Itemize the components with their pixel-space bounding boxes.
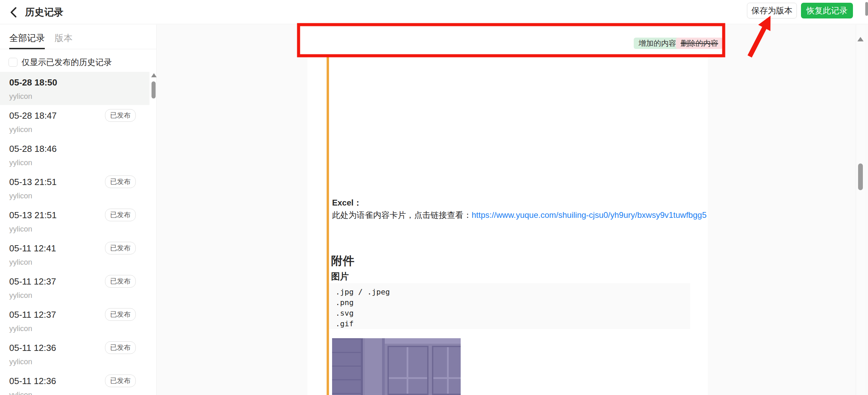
record-author: yylicon xyxy=(9,357,149,366)
image-door-panel xyxy=(332,338,363,395)
header: 历史记录 保存为版本 恢复此记录 xyxy=(0,0,868,24)
record-author: yylicon xyxy=(9,92,149,101)
record-author: yylicon xyxy=(9,391,149,395)
history-record-item[interactable]: 05-11 12:36 已发布 yylicon xyxy=(0,370,149,395)
record-time: 05-28 18:50 xyxy=(9,77,149,88)
published-only-checkbox[interactable] xyxy=(9,58,17,67)
code-line: .svg xyxy=(336,308,690,318)
record-author: yylicon xyxy=(9,125,149,134)
legend-removed-content: 删除的内容 xyxy=(676,38,723,49)
published-badge: 已发布 xyxy=(105,209,136,221)
published-badge: 已发布 xyxy=(105,242,136,254)
published-only-label: 仅显示已发布的历史记录 xyxy=(22,57,112,68)
sidebar-tabs: 全部记录 版本 xyxy=(0,25,157,49)
code-line: .jpg / .jpeg xyxy=(336,287,690,297)
back-chevron-icon xyxy=(8,6,21,19)
history-record-item[interactable]: 05-13 21:51 已发布 yylicon xyxy=(0,205,149,238)
published-badge: 已发布 xyxy=(105,308,136,321)
attachment-section-title: 附件 xyxy=(331,253,354,269)
published-badge: 已发布 xyxy=(105,341,136,354)
history-record-item[interactable]: 05-13 21:51 已发布 yylicon xyxy=(0,171,149,205)
page-title: 历史记录 xyxy=(25,6,63,19)
history-record-item[interactable]: 05-11 12:37 已发布 yylicon xyxy=(0,304,149,337)
content-scrollbar-thumb[interactable] xyxy=(858,163,863,190)
content-scrollbar-track[interactable] xyxy=(856,25,865,395)
image-top-beam xyxy=(385,338,461,344)
record-list: 05-28 18:50 yylicon 05-28 18:47 已发布 yyli… xyxy=(0,72,157,395)
tab-all-records[interactable]: 全部记录 xyxy=(9,32,45,44)
image-window-panel xyxy=(387,346,429,395)
published-badge: 已发布 xyxy=(105,175,136,188)
published-only-filter[interactable]: 仅显示已发布的历史记录 xyxy=(9,57,112,68)
excel-paragraph: Excel： 此处为语雀内容卡片，点击链接查看：https://www.yuqu… xyxy=(332,197,707,221)
published-badge: 已发布 xyxy=(105,275,136,288)
record-author: yylicon xyxy=(9,291,149,300)
image-window-panel xyxy=(432,346,461,395)
record-author: yylicon xyxy=(9,225,149,234)
history-record-item[interactable]: 05-28 18:47 已发布 yylicon xyxy=(0,105,149,138)
active-tab-underline xyxy=(9,48,45,49)
excel-label: Excel： xyxy=(332,198,362,207)
sidebar-scrollbar-thumb[interactable] xyxy=(152,81,156,98)
legend-added-content: 增加的内容 xyxy=(634,38,681,49)
history-record-item[interactable]: 05-28 18:46 yylicon xyxy=(0,138,149,171)
history-record-item[interactable]: 05-11 12:37 已发布 yylicon xyxy=(0,271,149,304)
history-record-item[interactable]: 05-11 12:36 已发布 yylicon xyxy=(0,337,149,370)
sidebar-scroll-up-icon[interactable] xyxy=(151,73,157,77)
save-as-version-button[interactable]: 保存为版本 xyxy=(747,3,797,18)
back-button[interactable] xyxy=(8,6,21,19)
image-wall-strip xyxy=(365,338,385,395)
code-line: .gif xyxy=(336,318,690,329)
tab-versions[interactable]: 版本 xyxy=(55,32,73,44)
content-scroll-up-icon[interactable] xyxy=(857,37,864,41)
image-subsection-title: 图片 xyxy=(331,271,349,282)
history-page: 历史记录 保存为版本 恢复此记录 全部记录 版本 仅显示已发布的历史记录 05-… xyxy=(0,0,868,395)
record-author: yylicon xyxy=(9,158,149,167)
record-time: 05-28 18:46 xyxy=(9,144,149,154)
record-author: yylicon xyxy=(9,324,149,333)
page-scrollbar-thumb[interactable] xyxy=(865,2,868,16)
record-author: yylicon xyxy=(9,258,149,267)
yuque-card-link[interactable]: https://www.yuque.com/shuiling-cjsu0/yh9… xyxy=(472,210,707,220)
diff-changed-marker xyxy=(327,57,329,395)
record-author: yylicon xyxy=(9,192,149,200)
history-record-item[interactable]: 05-28 18:50 yylicon xyxy=(0,72,149,105)
image-extensions-code-block: .jpg / .jpeg .png .svg .gif xyxy=(329,283,690,329)
history-record-item[interactable]: 05-11 12:41 已发布 yylicon xyxy=(0,238,149,271)
published-badge: 已发布 xyxy=(105,109,136,122)
card-text: 此处为语雀内容卡片，点击链接查看： xyxy=(332,210,472,220)
restore-record-button[interactable]: 恢复此记录 xyxy=(801,3,853,18)
published-badge: 已发布 xyxy=(105,374,136,387)
history-sidebar: 全部记录 版本 仅显示已发布的历史记录 05-28 18:50 yylicon … xyxy=(0,25,157,395)
code-line: .png xyxy=(336,297,690,308)
attached-image xyxy=(332,338,461,395)
